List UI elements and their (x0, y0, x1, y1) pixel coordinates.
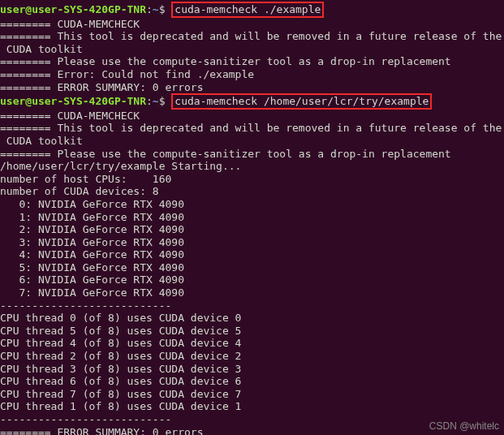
output-cuda-devices: number of CUDA devices: 8 (0, 185, 504, 198)
prompt-symbol: $ (159, 95, 172, 107)
output-thread-row: CPU thread 7 (of 8) uses CUDA device 7 (0, 388, 504, 401)
output-line: CUDA toolkit (0, 135, 504, 148)
output-thread-row: CPU thread 3 (of 8) uses CUDA device 3 (0, 363, 504, 376)
prompt-user: user@user-SYS-420GP-TNR (0, 3, 146, 15)
prompt-user: user@user-SYS-420GP-TNR (0, 95, 146, 107)
output-thread-row: CPU thread 2 (of 8) uses CUDA device 2 (0, 350, 504, 363)
output-line: ======== CUDA-MEMCHECK (0, 18, 504, 31)
prompt-line-1[interactable]: user@user-SYS-420GP-TNR:~$ cuda-memcheck… (0, 2, 504, 18)
output-device-row: 4: NVIDIA GeForce RTX 4090 (0, 248, 504, 261)
watermark: CSDN @whitelc (429, 420, 499, 432)
output-thread-row: CPU thread 6 (of 8) uses CUDA device 6 (0, 375, 504, 388)
output-summary-line: ======== ERROR SUMMARY: 0 errors (0, 81, 504, 94)
output-host-cpus: number of host CPUs: 160 (0, 173, 504, 186)
output-line: ======== Please use the compute-sanitize… (0, 55, 504, 68)
prompt-sep: : (146, 95, 153, 107)
prompt-line-2[interactable]: user@user-SYS-420GP-TNR:~$ cuda-memcheck… (0, 93, 504, 110)
output-device-row: 7: NVIDIA GeForce RTX 4090 (0, 286, 504, 299)
command-highlight-2: cuda-memcheck /home/user/lcr/try/example (171, 93, 432, 110)
output-separator: --------------------------- (0, 299, 504, 312)
output-device-row: 0: NVIDIA GeForce RTX 4090 (0, 198, 504, 211)
output-device-row: 6: NVIDIA GeForce RTX 4090 (0, 273, 504, 286)
output-error-line: ======== Error: Could not find ./example (0, 68, 504, 81)
output-line: ======== Please use the compute-sanitize… (0, 148, 504, 161)
output-device-row: 2: NVIDIA GeForce RTX 4090 (0, 223, 504, 236)
output-line: ======== This tool is deprecated and wil… (0, 30, 504, 43)
prompt-symbol: $ (159, 3, 172, 15)
output-device-row: 3: NVIDIA GeForce RTX 4090 (0, 236, 504, 249)
prompt-sep: : (146, 3, 153, 15)
output-thread-row: CPU thread 5 (of 8) uses CUDA device 5 (0, 325, 504, 338)
output-line: ======== CUDA-MEMCHECK (0, 110, 504, 123)
output-device-row: 1: NVIDIA GeForce RTX 4090 (0, 211, 504, 224)
output-thread-row: CPU thread 0 (of 8) uses CUDA device 0 (0, 312, 504, 325)
output-starting-line: /home/user/lcr/try/example Starting... (0, 160, 504, 173)
prompt-path: ~ (153, 3, 159, 15)
output-thread-row: CPU thread 4 (of 8) uses CUDA device 4 (0, 337, 504, 350)
prompt-path: ~ (153, 95, 159, 107)
output-line: ======== This tool is deprecated and wil… (0, 122, 504, 135)
output-device-row: 5: NVIDIA GeForce RTX 4090 (0, 261, 504, 274)
output-line: CUDA toolkit (0, 43, 504, 56)
command-highlight-1: cuda-memcheck ./example (171, 2, 324, 18)
output-thread-row: CPU thread 1 (of 8) uses CUDA device 1 (0, 400, 504, 413)
